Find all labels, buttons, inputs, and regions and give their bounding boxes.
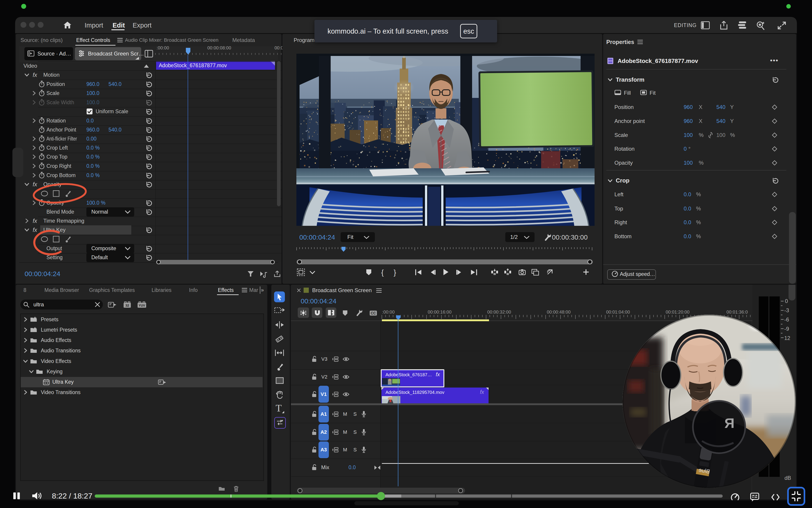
- svg-text:32: 32: [125, 303, 129, 307]
- svg-text:YUV: YUV: [139, 304, 145, 307]
- svg-text:CC: CC: [371, 311, 376, 315]
- svg-text:Я: Я: [725, 415, 735, 431]
